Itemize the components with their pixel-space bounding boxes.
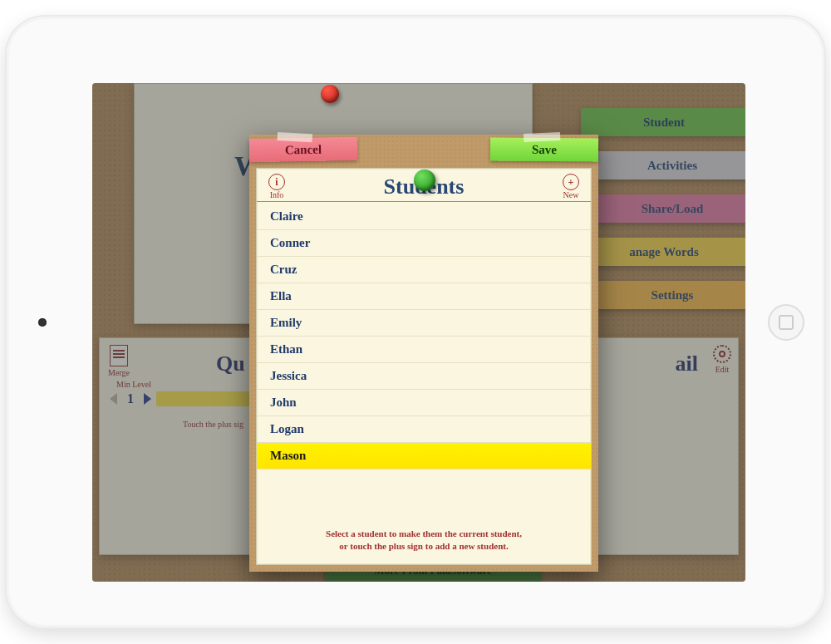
student-item[interactable]: Logan [257,416,591,443]
level-value: 1 [122,391,139,406]
student-item[interactable]: Ella [257,283,591,310]
min-level-label: Min Level [116,380,151,389]
student-list[interactable]: ClaireConnerCruzEllaEmilyEthanJessicaJoh… [257,202,591,519]
tab-share-load[interactable]: Share/Load [597,194,745,223]
new-label: New [563,190,579,199]
merge-label: Merge [108,368,130,377]
edit-button[interactable]: Edit [713,345,731,374]
tab-settings[interactable]: Settings [597,281,745,309]
info-button[interactable]: i Info [268,174,285,199]
gear-icon [713,345,731,363]
student-item[interactable]: Mason [257,443,591,469]
student-item[interactable]: Claire [257,204,591,230]
student-item[interactable]: Conner [257,230,591,257]
tab-manage-words[interactable]: anage Words [581,238,745,266]
student-item[interactable]: Ethan [257,337,591,363]
student-item[interactable]: Emily [257,310,591,337]
tab-student[interactable]: Student [581,108,745,136]
level-stepper[interactable]: 1 [110,391,264,406]
merge-button[interactable]: Merge [108,345,130,377]
student-item[interactable]: Cruz [257,257,591,283]
home-button[interactable] [768,304,804,341]
pushpin-red-icon [321,85,339,103]
footer-line-2: or touch the plus sign to add a new stud… [268,540,579,553]
quick-title: Qu [216,351,245,376]
app-screen: W S Merge Qu Min Level 1 Touch the plus … [92,83,745,582]
info-icon: i [268,174,285,190]
pushpin-green-icon [414,170,435,191]
save-button[interactable]: Save [490,137,598,161]
modal-footer: Select a student to make them the curren… [257,519,591,564]
info-label: Info [268,190,285,199]
modal-paper: i Info Students + New ClaireConnerCruzEl… [256,168,592,565]
detail-title: ail [676,351,698,376]
tab-activities[interactable]: Activities [597,151,745,179]
student-item[interactable]: Jessica [257,363,591,390]
ipad-frame: W S Merge Qu Min Level 1 Touch the plus … [7,17,824,627]
footer-line-1: Select a student to make them the curren… [268,528,579,540]
hint-text: Touch the plus sig [183,420,243,429]
document-icon [110,345,128,366]
edit-label: Edit [713,365,731,374]
student-item[interactable]: John [257,390,591,416]
cancel-button[interactable]: Cancel [249,137,357,162]
highlight-bar [156,391,264,406]
chevron-left-icon[interactable] [110,393,117,405]
camera-dot [38,318,47,327]
plus-icon: + [563,174,579,190]
students-modal: Cancel Save i Info Students + New Claire… [249,135,598,572]
chevron-right-icon[interactable] [144,393,151,405]
new-student-button[interactable]: + New [563,174,579,199]
